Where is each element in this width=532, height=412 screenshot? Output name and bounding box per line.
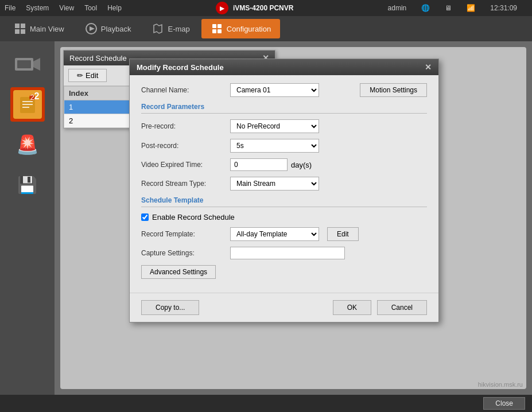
nav-emap[interactable]: E-map xyxy=(142,19,199,38)
alarm-icon: 🚨 xyxy=(16,134,39,156)
sidebar: 2 🚨 💾 xyxy=(0,41,55,395)
user-name: admin xyxy=(388,4,407,12)
edit-button[interactable]: ✏ Edit xyxy=(68,69,107,82)
network-icon: 🌐 xyxy=(421,4,430,12)
nav-main-view[interactable]: Main View xyxy=(5,19,73,38)
ok-button[interactable]: OK xyxy=(333,300,371,315)
postrecord-label: Post-record: xyxy=(141,142,230,150)
record-schedule-title: Record Schedule xyxy=(69,54,127,63)
svg-rect-3 xyxy=(21,29,25,34)
svg-rect-1 xyxy=(21,24,25,28)
storage-icon: 💾 xyxy=(17,176,37,195)
time-display: 12:31:09 xyxy=(490,4,517,12)
modify-title: Modify Record Schedule xyxy=(137,63,224,72)
schedule-template-header: Schedule Template xyxy=(141,196,427,207)
record-template-row: Record Template: All-day TemplateWeekday… xyxy=(141,227,427,241)
menu-view[interactable]: View xyxy=(59,4,74,12)
svg-marker-7 xyxy=(33,58,40,71)
main-view-icon xyxy=(14,22,26,35)
svg-text:2: 2 xyxy=(30,95,34,102)
channel-name-label: Channel Name: xyxy=(141,86,230,94)
video-expired-control: day(s) xyxy=(230,158,427,171)
close-button[interactable]: Close xyxy=(483,397,525,410)
nav-main-view-label: Main View xyxy=(30,25,64,33)
app-title-area: ▶ iVMS-4200 PCNVR xyxy=(132,2,388,14)
record-template-label: Record Template: xyxy=(141,230,230,238)
prerecord-label: Pre-record: xyxy=(141,122,230,130)
watermark: hikvision.msk.ru xyxy=(478,381,523,388)
menu-system[interactable]: System xyxy=(26,4,49,12)
stream-type-select[interactable]: Main StreamSub Stream xyxy=(230,177,319,191)
modify-close[interactable]: ✕ xyxy=(425,63,432,72)
svg-rect-8 xyxy=(17,60,31,68)
cancel-button[interactable]: Cancel xyxy=(377,300,427,315)
video-expired-label: Video Expired Time: xyxy=(141,161,230,169)
video-expired-row: Video Expired Time: day(s) xyxy=(141,158,427,171)
nav-playback-label: Playback xyxy=(101,25,131,33)
menu-tool[interactable]: Tool xyxy=(84,4,97,12)
motion-settings-button[interactable]: Motion Settings xyxy=(360,83,427,97)
capture-settings-control xyxy=(230,247,427,259)
postrecord-control: 5s10s30s60s xyxy=(230,139,427,153)
stream-type-row: Record Stream Type: Main StreamSub Strea… xyxy=(141,177,427,191)
stream-type-label: Record Stream Type: xyxy=(141,180,230,188)
status-bar: Close xyxy=(0,395,532,412)
menu-file[interactable]: File xyxy=(5,4,15,12)
nav-bar: Main View Playback E-map Configuration xyxy=(0,16,532,41)
capture-settings-row: Capture Settings: xyxy=(141,247,427,259)
modify-title-bar: Modify Record Schedule ✕ xyxy=(130,59,438,75)
menu-help[interactable]: Help xyxy=(107,4,122,12)
emap-icon xyxy=(152,22,164,35)
sidebar-storage[interactable]: 💾 xyxy=(10,168,45,202)
copy-to-button[interactable]: Copy to... xyxy=(141,300,199,315)
sidebar-camera[interactable] xyxy=(10,47,45,81)
nav-configuration[interactable]: Configuration xyxy=(201,19,280,38)
edit-pencil-icon: ✏ xyxy=(77,71,83,80)
nav-emap-label: E-map xyxy=(168,25,189,33)
svg-marker-5 xyxy=(90,26,95,31)
signal-icon: 📶 xyxy=(467,4,475,12)
prerecord-control: No PreRecord5s10s20s30s xyxy=(230,119,427,133)
channel-name-select[interactable]: Camera 01 xyxy=(230,83,319,97)
prerecord-select[interactable]: No PreRecord5s10s20s30s xyxy=(230,119,319,133)
postrecord-select[interactable]: 5s10s30s60s xyxy=(230,139,319,153)
ok-cancel-group: OK Cancel xyxy=(333,300,427,315)
record-params-header: Record Parameters xyxy=(141,103,427,114)
prerecord-row: Pre-record: No PreRecord5s10s20s30s xyxy=(141,119,427,133)
cell-index: 1 xyxy=(64,100,134,114)
svg-rect-2 xyxy=(15,29,20,34)
record-template-select[interactable]: All-day TemplateWeekday TemplateWeekend … xyxy=(230,227,319,241)
enable-record-row: Enable Record Schedule xyxy=(141,213,427,221)
sidebar-alarm[interactable]: 🚨 xyxy=(10,127,45,162)
menu-bar: File System View Tool Help ▶ iVMS-4200 P… xyxy=(0,0,532,16)
sidebar-record[interactable]: 2 xyxy=(10,87,45,122)
right-info: admin 🌐 🖥 📶 12:31:09 xyxy=(388,4,527,12)
capture-settings-label: Capture Settings: xyxy=(141,249,230,257)
main-area: 2 🚨 💾 Record Schedule ✕ ✏ Edit xyxy=(0,41,532,395)
enable-record-label: Enable Record Schedule xyxy=(152,213,235,221)
capture-settings-input[interactable] xyxy=(230,247,345,259)
playback-icon xyxy=(85,22,98,35)
postrecord-row: Post-record: 5s10s30s60s xyxy=(141,139,427,153)
modify-content: Channel Name: Camera 01 Motion Settings … xyxy=(130,75,438,293)
content-panel: Record Schedule ✕ ✏ Edit Index Camera Na… xyxy=(60,47,526,389)
configuration-icon xyxy=(211,22,223,35)
col-index: Index xyxy=(64,87,134,100)
bottom-buttons: Copy to... OK Cancel xyxy=(130,293,438,322)
video-expired-unit: day(s) xyxy=(291,161,312,169)
modify-record-dialog: Modify Record Schedule ✕ Channel Name: C… xyxy=(129,59,439,322)
record-schedule-icon: 2 xyxy=(13,90,42,119)
svg-rect-0 xyxy=(15,24,20,28)
enable-record-checkbox[interactable] xyxy=(141,213,149,221)
video-expired-input[interactable] xyxy=(230,158,288,171)
advanced-settings-button[interactable]: Advanced Settings xyxy=(141,265,216,279)
cell-index: 2 xyxy=(64,114,134,128)
clock-icon: 🖥 xyxy=(445,4,452,12)
nav-configuration-label: Configuration xyxy=(227,25,271,33)
channel-name-row: Channel Name: Camera 01 Motion Settings xyxy=(141,83,427,97)
record-template-control: All-day TemplateWeekday TemplateWeekend … xyxy=(230,227,427,241)
record-template-edit-button[interactable]: Edit xyxy=(327,227,359,241)
channel-name-control: Camera 01 xyxy=(230,83,355,97)
app-logo: ▶ xyxy=(216,2,228,14)
nav-playback[interactable]: Playback xyxy=(76,19,141,38)
